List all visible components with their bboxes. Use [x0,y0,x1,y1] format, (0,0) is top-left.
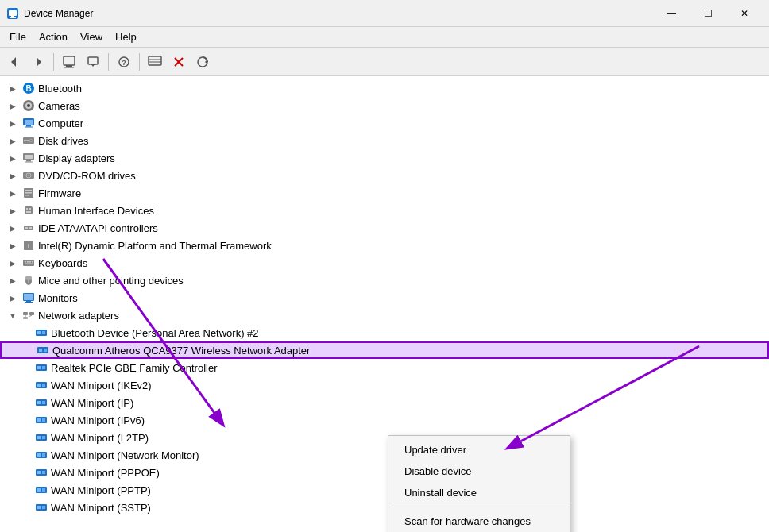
bluetooth-pan-label: Bluetooth Device (Personal Area Network)… [51,327,259,339]
svg-rect-64 [26,301,31,302]
network-adapters-icon [21,308,36,322]
context-menu-update-driver[interactable]: Update driver [388,439,570,461]
wan-pptp-label: WAN Miniport (PPTP) [51,484,151,496]
help-button[interactable]: ? [113,51,135,73]
svg-rect-44 [25,206,33,214]
svg-rect-27 [26,125,31,127]
wan-nm-icon [34,448,48,462]
back-button[interactable] [3,51,25,73]
svg-rect-88 [37,401,41,404]
svg-marker-10 [91,64,95,67]
tree-item-wan-ip[interactable]: WAN Miniport (IP) [0,394,769,411]
svg-rect-108 [37,488,41,492]
wan-pptp-icon [34,483,48,497]
expand-wan-sstp [19,501,32,514]
menu-file[interactable]: File [3,29,33,44]
expand-keyboards[interactable] [6,256,19,269]
toolbar: ? [0,48,769,76]
tree-item-firmware[interactable]: Firmware [0,184,769,202]
mice-label: Mice and other pointing devices [38,275,184,287]
tree-item-bluetooth-pan[interactable]: Bluetooth Device (Personal Area Network)… [0,324,769,341]
svg-rect-65 [25,302,33,303]
context-menu-scan-hardware[interactable]: Scan for hardware changes [388,511,570,532]
tree-item-intel[interactable]: i Intel(R) Dynamic Platform and Thermal … [0,237,769,254]
tree-item-wan-pppoe[interactable]: WAN Miniport (PPPOE) [0,464,769,481]
forward-button[interactable] [27,51,49,73]
expand-bluetooth[interactable] [6,82,19,94]
tree-item-mice[interactable]: Mice and other pointing devices [0,272,769,289]
tree-item-monitors[interactable]: Monitors [0,289,769,306]
expand-dvd[interactable] [6,169,19,182]
cameras-label: Cameras [38,100,80,112]
tree-item-disk-drives[interactable]: Disk drives [0,132,769,149]
svg-text:?: ? [122,59,126,67]
show-hidden-button[interactable] [144,51,166,73]
svg-rect-100 [37,453,41,457]
wan-l2tp-icon [34,430,48,445]
close-button[interactable]: ✕ [726,0,763,27]
expand-mice[interactable] [6,274,19,287]
wan-nm-label: WAN Miniport (Network Monitor) [51,449,199,461]
svg-rect-36 [25,162,33,163]
tree-item-wan-ikev2[interactable]: WAN Miniport (IKEv2) [0,376,769,394]
maximize-button[interactable]: ☐ [690,0,726,27]
wan-ipv6-icon [34,413,48,427]
expand-monitors[interactable] [6,291,19,304]
svg-marker-19 [205,60,207,64]
svg-rect-28 [25,127,33,128]
svg-rect-112 [37,506,41,509]
uninstall-button[interactable] [168,51,190,73]
svg-rect-68 [23,317,28,319]
expand-wan-nm [19,449,32,461]
tree-item-wan-pptp[interactable]: WAN Miniport (PPTP) [0,481,769,499]
menu-action[interactable]: Action [33,29,74,44]
expand-network-adapters[interactable] [6,309,19,322]
tree-item-wan-l2tp[interactable]: WAN Miniport (L2TP) [0,429,769,446]
svg-line-70 [29,315,32,317]
expand-computer[interactable] [6,117,19,129]
context-menu-uninstall-device[interactable]: Uninstall device [388,482,570,503]
svg-rect-7 [66,65,72,67]
menu-help[interactable]: Help [109,29,143,44]
display-adapters-label: Display adapters [38,152,115,164]
context-menu-disable-device[interactable]: Disable device [388,461,570,482]
expand-ide[interactable] [6,222,19,234]
properties-button[interactable] [58,51,80,73]
network-adapters-label: Network adapters [38,310,119,322]
tree-item-hid[interactable]: Human Interface Devices [0,202,769,219]
svg-text:i: i [28,242,29,249]
tree-item-computer[interactable]: Computer [0,114,769,132]
tree-item-wan-ipv6[interactable]: WAN Miniport (IPv6) [0,411,769,429]
minimize-button[interactable]: — [653,0,690,27]
expand-display-adapters[interactable] [6,152,19,164]
ide-label: IDE ATA/ATAPI controllers [38,222,158,234]
menu-view[interactable]: View [74,29,109,44]
expand-firmware[interactable] [6,187,19,199]
tree-item-wan-sstp[interactable]: WAN Miniport (SSTP) [0,499,769,516]
tree-item-cameras[interactable]: Cameras [0,97,769,114]
wan-ikev2-icon [34,378,48,392]
tree-item-qualcomm[interactable]: Qualcomm Atheros QCA9377 Wireless Networ… [0,341,769,359]
tree-item-ide[interactable]: IDE ATA/ATAPI controllers [0,219,769,237]
update-driver-button[interactable] [82,51,104,73]
svg-rect-66 [23,312,28,315]
expand-cameras[interactable] [6,99,19,112]
tree-item-network-adapters[interactable]: Network adapters [0,306,769,324]
title-bar: Device Manager — ☐ ✕ [0,0,769,27]
expand-disk-drives[interactable] [6,134,19,147]
expand-hid[interactable] [6,204,19,217]
disk-drives-icon [21,133,36,148]
tree-item-bluetooth[interactable]: B Bluetooth [0,79,769,97]
tree-item-keyboards[interactable]: Keyboards [0,254,769,272]
svg-rect-49 [25,227,28,229]
svg-rect-1 [9,10,17,16]
tree-item-display-adapters[interactable]: Display adapters [0,149,769,167]
scan-hardware-button[interactable] [191,51,214,73]
tree-item-dvd[interactable]: DVD/CD-ROM drives [0,167,769,184]
expand-wan-pppoe [19,466,32,479]
expand-intel[interactable] [6,239,19,252]
device-tree[interactable]: B Bluetooth Cameras [0,76,769,532]
tree-item-realtek[interactable]: Realtek PCIe GBE Family Controller [0,359,769,376]
wan-ip-label: WAN Miniport (IP) [51,397,133,409]
tree-item-wan-nm[interactable]: WAN Miniport (Network Monitor) [0,446,769,464]
